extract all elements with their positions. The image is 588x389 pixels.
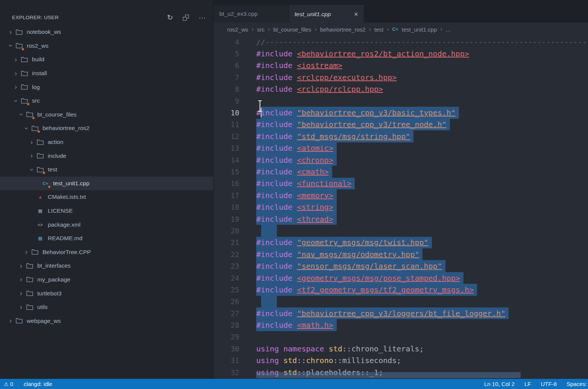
- breadcrumb-item[interactable]: ...: [446, 26, 451, 33]
- tree-folder-my_package[interactable]: ›my_package: [0, 273, 213, 287]
- code-line[interactable]: 21#include "geometry_msgs/msg/twist.hpp": [214, 237, 588, 248]
- code-line[interactable]: 18#include <string>: [214, 201, 588, 213]
- indent: [0, 238, 27, 239]
- code-line[interactable]: 22#include "nav_msgs/msg/odometry.hpp": [214, 248, 588, 260]
- cursor-position[interactable]: Ln 10, Col 2: [484, 381, 515, 387]
- code-token: [292, 191, 297, 200]
- breadcrumb-item[interactable]: bt_course_files: [273, 26, 311, 33]
- code-line[interactable]: 9: [214, 95, 588, 107]
- tree-file-LICENSE[interactable]: ▤LICENSE: [0, 204, 213, 218]
- tree-file-README.md[interactable]: ▤README.md: [0, 232, 213, 245]
- breadcrumb-item[interactable]: test_unit1.cpp: [402, 26, 437, 33]
- chevron-icon[interactable]: ›: [17, 303, 26, 311]
- code-line[interactable]: 12#include "std_msgs/msg/string.hpp": [214, 130, 588, 142]
- code-line[interactable]: 7#include <rclcpp/executors.hpp>: [214, 71, 588, 83]
- folder-icon: [15, 42, 23, 50]
- tree-folder-install[interactable]: ›install: [0, 67, 213, 80]
- code-line[interactable]: 20: [214, 225, 588, 236]
- chevron-icon[interactable]: ›: [6, 317, 15, 325]
- tree-folder-log[interactable]: ›log: [0, 80, 213, 94]
- tree-folder-test[interactable]: ›test: [0, 163, 213, 177]
- code-line[interactable]: 26: [214, 296, 588, 307]
- modified-dot-icon: [48, 185, 51, 188]
- code-line[interactable]: 8#include <rclcpp/rclcpp.hpp>: [214, 83, 588, 95]
- tab-bt_u2_ex3.cpp[interactable]: bt_u2_ex3.cpp: [214, 5, 289, 23]
- code-token: using: [256, 356, 279, 365]
- code-line[interactable]: 30using namespace std::chrono_literals;: [214, 343, 588, 354]
- code-line[interactable]: 6#include <iostream>: [214, 60, 588, 71]
- tree-file-test_unit1.cpp[interactable]: C+test_unit1.cpp: [0, 177, 213, 191]
- close-icon[interactable]: ×: [353, 10, 359, 18]
- code-line[interactable]: 5#include <behaviortree_ros2/bt_action_n…: [214, 48, 588, 59]
- code-line[interactable]: 16#include <functional>: [214, 178, 588, 189]
- tree-folder-behaviortree_ros2[interactable]: ›behaviortree_ros2: [0, 121, 213, 135]
- breadcrumb-item[interactable]: behaviortree_ros2: [320, 26, 366, 33]
- horizontal-scrollbar[interactable]: [256, 372, 521, 378]
- code-token: "behaviortree_cpp_v3/tree_node.h": [297, 120, 446, 129]
- chevron-icon[interactable]: ›: [17, 289, 26, 297]
- chevron-icon[interactable]: ›: [11, 83, 20, 91]
- chevron-icon[interactable]: ›: [22, 248, 31, 256]
- code-line[interactable]: 13#include <atomic>: [214, 142, 588, 154]
- tree-folder-BehaviorTree.CPP[interactable]: ›BehaviorTree.CPP: [0, 245, 213, 259]
- tree-folder-turtlebot3[interactable]: ›turtlebot3: [0, 286, 213, 300]
- code-line[interactable]: 25#include <tf2_geometry_msgs/tf2_geomet…: [214, 284, 588, 295]
- editor-layout-icon[interactable]: [183, 15, 189, 21]
- encoding-indicator[interactable]: UTF-8: [541, 381, 557, 387]
- chevron-icon[interactable]: ›: [27, 152, 36, 160]
- code-line[interactable]: 11#include "behaviortree_cpp_v3/tree_nod…: [214, 119, 588, 130]
- chevron-icon[interactable]: ›: [6, 28, 15, 36]
- tree-file-package.xml[interactable]: <>package.xml: [0, 218, 213, 232]
- tree-folder-utils[interactable]: ›utils: [0, 300, 213, 314]
- code-line[interactable]: 4//-------------------------------------…: [214, 36, 588, 48]
- tab-test_unit1.cpp[interactable]: test_unit1.cpp×: [289, 5, 364, 23]
- breadcrumb-item[interactable]: src: [257, 26, 264, 33]
- code-line[interactable]: 15#include <cmath>: [214, 166, 588, 177]
- code-line[interactable]: 27#include "behaviortree_cpp_v3/loggers/…: [214, 307, 588, 319]
- chevron-icon[interactable]: ›: [17, 275, 26, 283]
- code-line[interactable]: 31using std::chrono::milliseconds;: [214, 355, 588, 366]
- code-token: <chrono>: [297, 156, 333, 165]
- chevron-icon[interactable]: ›: [28, 165, 36, 174]
- chevron-icon[interactable]: ›: [7, 41, 15, 50]
- chevron-icon[interactable]: ›: [17, 110, 25, 119]
- tree-folder-src[interactable]: ›src: [0, 94, 213, 108]
- modified-dot-icon: [27, 103, 30, 106]
- indentation-indicator[interactable]: Spaces: 4: [567, 381, 588, 387]
- eol-indicator[interactable]: LF: [524, 381, 531, 387]
- code-token: <tf2_geometry_msgs/tf2_geometry_msgs.h>: [297, 285, 474, 294]
- chevron-icon[interactable]: ›: [11, 70, 20, 77]
- chevron-icon[interactable]: ›: [11, 56, 20, 64]
- chevron-icon[interactable]: ›: [23, 124, 30, 133]
- tree-file-CMakeLists.txt[interactable]: ▲CMakeLists.txt: [0, 190, 213, 204]
- more-actions-icon[interactable]: ···: [199, 14, 206, 21]
- code-line[interactable]: 10#include "behaviortree_cpp_v3/basic_ty…: [214, 107, 588, 118]
- tree-folder-include[interactable]: ›include: [0, 149, 213, 163]
- code-token: [292, 285, 297, 294]
- problems-indicator[interactable]: ⚠ 0: [4, 381, 13, 387]
- tree-folder-bt_course_files[interactable]: ›bt_course_files: [0, 108, 213, 122]
- breadcrumb-item[interactable]: ros2_ws: [227, 26, 248, 33]
- chevron-icon[interactable]: ›: [27, 138, 36, 146]
- tree-folder-ros2_ws[interactable]: ›ros2_ws: [0, 39, 213, 53]
- tree-folder-build[interactable]: ›build: [0, 53, 213, 67]
- code-line[interactable]: 14#include <chrono>: [214, 154, 588, 166]
- tree-folder-action[interactable]: ›action: [0, 135, 213, 149]
- chevron-icon[interactable]: ›: [17, 262, 26, 270]
- tree-folder-webpage_ws[interactable]: ›webpage_ws: [0, 314, 213, 328]
- code-line[interactable]: 24#include <geometry_msgs/msg/pose_stamp…: [214, 272, 588, 284]
- chevron-icon[interactable]: ›: [12, 96, 20, 105]
- selection: #include "nav_msgs/msg/odometry.hpp": [256, 248, 422, 260]
- refresh-icon[interactable]: ↻: [167, 14, 173, 21]
- code-line[interactable]: 19#include <thread>: [214, 213, 588, 225]
- clangd-status[interactable]: clangd: idle: [24, 381, 52, 387]
- code-line[interactable]: 17#include <memory>: [214, 189, 588, 201]
- code-line[interactable]: 23#include "sensor_msgs/msg/laser_scan.h…: [214, 260, 588, 272]
- code-line[interactable]: 28#include <math.h>: [214, 319, 588, 331]
- code-token: <cmath>: [297, 167, 328, 176]
- code-line[interactable]: 29: [214, 331, 588, 343]
- breadcrumb-item[interactable]: test: [374, 26, 383, 33]
- tree-folder-bt_interfaces[interactable]: ›bt_interfaces: [0, 259, 213, 273]
- tree-folder-notebook_ws[interactable]: ›notebook_ws: [0, 25, 213, 39]
- selection: #include "sensor_msgs/msg/laser_scan.hpp…: [256, 260, 445, 272]
